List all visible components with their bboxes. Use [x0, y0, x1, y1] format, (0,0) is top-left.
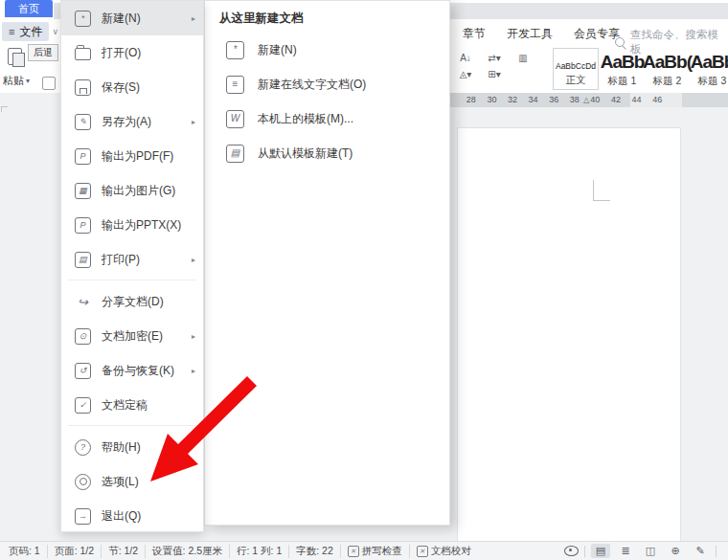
page-view-icon[interactable]: ▤ — [591, 544, 610, 558]
encrypt-icon: ⊙ — [75, 328, 91, 345]
status-segment-text: 行: 1 列: 1 — [237, 545, 282, 558]
backup-restore-icon: ↺ — [75, 363, 91, 379]
menu-item-label: 打开(O) — [102, 45, 141, 61]
status-line-column[interactable]: ✕ 行: 1 列: 1 — [229, 545, 288, 558]
status-segment-text: 页面: 1/2 — [55, 545, 94, 558]
tab-home[interactable]: 首页 — [5, 0, 53, 17]
tab-chapter[interactable]: 章节 — [463, 26, 486, 42]
ruler-tick: 30 — [482, 95, 503, 104]
menu-item-share-document[interactable]: ↪ 分享文档(D) ▸ — [61, 284, 203, 319]
ink-pen-icon[interactable]: ✎ — [691, 544, 710, 558]
paste-icon[interactable] — [8, 48, 22, 65]
submenu-item-label: 新建在线文字文档(O) — [258, 77, 366, 93]
indent-marker-icon[interactable]: △ — [583, 96, 589, 104]
columns-icon[interactable]: ▥ — [510, 53, 536, 63]
ruler-tick: 36 — [543, 95, 564, 104]
menu-item-save[interactable]: 保存(S) ▸ — [61, 70, 203, 104]
menu-item-new[interactable]: * 新建(N) ▸ — [61, 1, 203, 35]
menu-item-exit[interactable]: → 退出(Q) ▸ — [61, 499, 203, 532]
status-page[interactable]: ✕ 页面: 1/2 — [47, 545, 101, 558]
shading-icon[interactable]: ◬▾ — [452, 69, 479, 79]
borders-icon[interactable]: ⊞▾ — [481, 69, 508, 79]
menu-item-label: 备份与恢复(K) — [102, 363, 174, 379]
indent-icon[interactable]: ⇄▾ — [481, 53, 508, 63]
status-segment-text: 字数: 22 — [296, 545, 333, 558]
menu-item-label: 输出为PPTX(X) — [102, 217, 181, 234]
status-bar: ✕ 页码: 1 ✕ 页面: 1/2 ✕ 节: 1/2 ✕ 设置值: 2.5厘米 … — [0, 541, 728, 560]
file-menu-button[interactable]: ≡ 文件 ∨ — [2, 22, 58, 41]
paste-button[interactable]: 粘贴 ▾ — [3, 74, 30, 88]
menu-item-finalize-document[interactable]: ✓ 文档定稿 ▸ — [61, 388, 203, 422]
menu-item-options[interactable]: 选项(L) ▸ — [61, 464, 203, 499]
exit-icon: → — [75, 508, 91, 525]
sort-icon[interactable]: A↓ — [452, 53, 479, 63]
help-icon: ? — [75, 439, 91, 456]
open-folder-icon — [75, 48, 91, 60]
style-gallery: AaBbCcDd 正文 AaBb 标题 1 AaBb( 标题 2 AaBb 标题… — [553, 48, 728, 90]
new-document-icon: * — [226, 41, 244, 59]
tab-dev-tools[interactable]: 开发工具 — [507, 26, 553, 42]
style-sample: AaBbCcDd — [556, 62, 596, 71]
submenu-item-new-from-default-template[interactable]: ▤ 从默认模板新建(T) — [205, 136, 449, 170]
menu-item-open[interactable]: 打开(O) ▸ — [61, 35, 203, 70]
menu-item-export-pptx[interactable]: P 输出为PPTX(X) ▸ — [61, 208, 203, 242]
status-proofread[interactable]: ✕ 文档校对 — [409, 545, 478, 558]
divider — [716, 546, 717, 557]
status-spell-check[interactable]: ✕ 拼写检查 — [340, 545, 409, 558]
submenu-item-new[interactable]: * 新建(N) — [205, 33, 449, 67]
submenu-arrow-icon: ▸ — [192, 332, 195, 341]
status-setting-value[interactable]: ✕ 设置值: 2.5厘米 — [145, 545, 229, 558]
submenu-item-new-online-doc[interactable]: ≡ 新建在线文字文档(O) — [205, 67, 449, 101]
style-body-text[interactable]: AaBbCcDd 正文 — [553, 48, 599, 90]
menu-item-label: 输出为图片(G) — [102, 183, 175, 199]
status-section[interactable]: ✕ 节: 1/2 — [101, 545, 145, 558]
ruler-tick: 32 — [502, 95, 523, 104]
file-menu-panel: * 新建(N) ▸ 打开(O) ▸ 保存(S) ▸ ✎ 另存为(A) ▸ P 输… — [60, 0, 204, 532]
ruler-tick: 46 — [647, 95, 668, 104]
paste-label: 粘贴 — [3, 74, 24, 88]
submenu-arrow-icon: ▸ — [192, 256, 195, 264]
save-as-icon: ✎ — [75, 114, 91, 130]
menu-item-help[interactable]: ? 帮助(H) ▸ — [61, 430, 203, 464]
local-template-icon: W — [226, 110, 244, 128]
share-icon: ↪ — [75, 294, 91, 310]
status-page-number[interactable]: ✕ 页码: 1 — [2, 545, 47, 558]
tab-member-exclusive[interactable]: 会员专享 — [574, 26, 620, 42]
menu-item-save-as[interactable]: ✎ 另存为(A) ▸ — [61, 104, 203, 139]
divider — [584, 546, 585, 557]
menu-item-label: 新建(N) — [102, 11, 141, 27]
style-heading-1[interactable]: AaBb 标题 1 — [601, 48, 644, 90]
submenu-arrow-icon: ▸ — [192, 14, 195, 23]
default-template-icon: ▤ — [226, 145, 244, 163]
web-view-icon[interactable]: ⊕ — [666, 544, 685, 558]
menu-item-label: 分享文档(D) — [102, 294, 164, 310]
export-pdf-icon: P — [75, 148, 91, 165]
ruler-tick: 42 — [605, 95, 626, 104]
status-word-count[interactable]: ✕ 字数: 22 — [288, 545, 340, 558]
submenu-item-label: 本机上的模板(M)... — [258, 111, 353, 127]
style-heading-2[interactable]: AaBb( 标题 2 — [646, 48, 689, 90]
style-name: 标题 3 — [698, 75, 727, 88]
style-sample: AaBb( — [643, 53, 692, 71]
submenu-item-label: 新建(N) — [258, 42, 297, 58]
style-sample: AaBb — [601, 53, 645, 71]
style-name: 标题 2 — [653, 75, 682, 88]
format-painter-icon[interactable] — [42, 77, 56, 90]
horizontal-ruler: 28303234363840424446 △ — [450, 93, 728, 107]
menu-item-print[interactable]: ▤ 打印(P) ▸ — [61, 242, 203, 277]
export-image-icon: ▦ — [75, 183, 91, 199]
eye-protection-icon[interactable] — [564, 546, 579, 556]
outline-view-icon[interactable]: ≣ — [616, 544, 635, 558]
style-heading-3[interactable]: AaBb 标题 3 — [691, 48, 728, 90]
print-icon: ▤ — [75, 252, 91, 268]
menu-item-backup-restore[interactable]: ↺ 备份与恢复(K) ▸ — [61, 353, 203, 388]
submenu-arrow-icon: ▸ — [192, 367, 195, 375]
text-boundary-corner-mark — [593, 180, 610, 201]
export-pptx-icon: P — [75, 217, 91, 234]
menu-item-label: 选项(L) — [102, 474, 139, 490]
submenu-item-local-templates[interactable]: W 本机上的模板(M)... — [205, 101, 449, 136]
menu-item-encrypt-document[interactable]: ⊙ 文档加密(E) ▸ — [61, 319, 203, 353]
menu-item-export-image[interactable]: ▦ 输出为图片(G) ▸ — [61, 173, 203, 208]
read-view-icon[interactable]: ◫ — [641, 544, 660, 558]
menu-item-export-pdf[interactable]: P 输出为PDF(F) ▸ — [61, 139, 203, 173]
